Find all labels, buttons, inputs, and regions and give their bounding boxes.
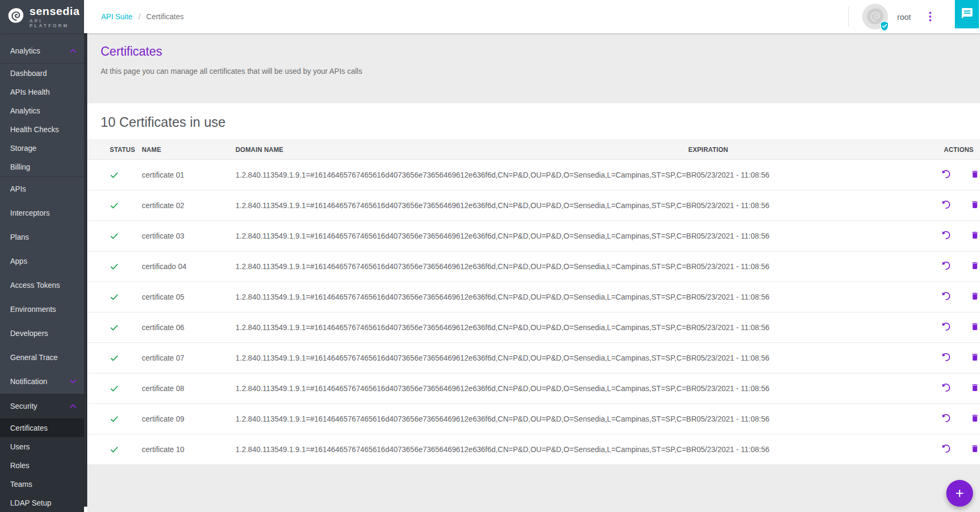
breadcrumb-certificates: Certificates — [146, 12, 184, 21]
table-row: certificate 08 1.2.840.113549.1.9.1=#161… — [87, 373, 980, 404]
add-certificate-fab[interactable]: + — [946, 480, 973, 507]
delete-certificate-button[interactable] — [969, 289, 980, 304]
renew-icon — [941, 200, 951, 211]
sidebar-item-interceptors[interactable]: Interceptors — [0, 201, 84, 225]
certificate-expiration: 05/23/2021 - 11:08:56 — [697, 171, 922, 179]
renew-certificate-button[interactable] — [939, 228, 953, 243]
plus-icon: + — [955, 486, 964, 501]
renew-icon — [941, 383, 951, 394]
trash-icon — [970, 322, 979, 333]
trash-icon — [970, 169, 979, 181]
trash-icon — [970, 261, 979, 272]
certificate-expiration: 05/23/2021 - 11:08:56 — [697, 354, 922, 362]
sidebar-item-label: Analytics — [10, 47, 40, 55]
chevron-up-icon — [70, 49, 77, 53]
sidebar-item-ldap-setup[interactable]: LDAP Setup — [0, 493, 84, 512]
chevron-down-icon — [70, 379, 77, 384]
sidebar-item-general-trace[interactable]: General Trace — [0, 345, 84, 369]
renew-certificate-button[interactable] — [939, 167, 953, 182]
certificate-name: certificado 04 — [142, 262, 235, 271]
renew-certificate-button[interactable] — [939, 350, 953, 365]
delete-certificate-button[interactable] — [969, 411, 980, 426]
sidebar-item-developers[interactable]: Developers — [0, 321, 84, 345]
sidebar-item-label: Health Checks — [10, 125, 59, 134]
sidebar-item-notification[interactable]: Notification — [0, 369, 84, 394]
sidebar-item-environments[interactable]: Environments — [0, 297, 84, 321]
sidebar-item-apis[interactable]: APIs — [0, 177, 84, 201]
header-divider — [848, 6, 849, 27]
delete-certificate-button[interactable] — [969, 198, 980, 213]
delete-certificate-button[interactable] — [969, 167, 980, 182]
sidebar-item-health-checks[interactable]: Health Checks — [0, 120, 84, 139]
user-avatar[interactable] — [862, 4, 888, 29]
chat-button[interactable] — [955, 0, 979, 28]
renew-certificate-button[interactable] — [939, 381, 953, 396]
sidebar-item-analytics[interactable]: Analytics — [0, 39, 84, 63]
column-header-name: NAME — [142, 146, 235, 154]
sidebar-item-label: Roles — [10, 461, 29, 470]
table-row: certificate 06 1.2.840.113549.1.9.1=#161… — [87, 312, 980, 343]
status-valid-check-icon — [110, 415, 142, 424]
renew-certificate-button[interactable] — [939, 289, 953, 304]
certificate-domain-name: 1.2.840.113549.1.9.1=#16146465767465616d… — [235, 171, 697, 179]
trash-icon — [970, 291, 979, 303]
verified-shield-icon — [879, 20, 890, 32]
sidebar-item-dashboard[interactable]: Dashboard — [0, 64, 84, 82]
sidebar-item-label: Apps — [10, 257, 27, 265]
table-row: certificate 03 1.2.840.113549.1.9.1=#161… — [87, 221, 980, 251]
renew-certificate-button[interactable] — [939, 198, 953, 213]
renew-certificate-button[interactable] — [939, 320, 953, 335]
main-content: Certificates At this page you can manage… — [87, 33, 980, 512]
certificate-name: certificate 08 — [142, 384, 235, 393]
kebab-menu-icon[interactable] — [927, 10, 933, 24]
sidebar-item-label: Security — [10, 402, 37, 410]
row-actions — [922, 320, 980, 335]
sidebar-scrollbar[interactable] — [84, 33, 87, 512]
sidebar-item-roles[interactable]: Roles — [0, 456, 84, 475]
certificate-expiration: 05/23/2021 - 11:08:56 — [697, 415, 922, 423]
renew-icon — [941, 413, 951, 425]
logo-block[interactable]: sensedia API PLATFORM — [0, 0, 84, 33]
breadcrumb-api-suite[interactable]: API Suite — [101, 12, 132, 21]
delete-certificate-button[interactable] — [969, 259, 980, 274]
brand-tagline: API PLATFORM — [29, 19, 84, 28]
delete-certificate-button[interactable] — [969, 442, 980, 457]
column-header-actions: ACTIONS — [913, 146, 975, 154]
status-valid-check-icon — [110, 262, 142, 271]
sidebar-item-label: Interceptors — [10, 209, 50, 217]
sidebar-item-security[interactable]: Security — [0, 394, 84, 418]
row-actions — [922, 442, 980, 457]
page-title: Certificates — [101, 44, 980, 59]
delete-certificate-button[interactable] — [969, 350, 980, 365]
certificate-expiration: 05/23/2021 - 11:08:56 — [697, 445, 922, 454]
sidebar-item-certificates[interactable]: Certificates — [0, 418, 84, 437]
delete-certificate-button[interactable] — [969, 320, 980, 335]
certificate-expiration: 05/23/2021 - 11:08:56 — [697, 384, 922, 393]
sidebar-item-users[interactable]: Users — [0, 437, 84, 456]
sidebar-item-analytics[interactable]: Analytics — [0, 101, 84, 120]
table-row: certificate 09 1.2.840.113549.1.9.1=#161… — [87, 404, 980, 434]
row-actions — [922, 198, 980, 213]
sidebar-item-teams[interactable]: Teams — [0, 475, 84, 493]
sidebar-item-apis-health[interactable]: APIs Health — [0, 82, 84, 101]
renew-certificate-button[interactable] — [939, 411, 953, 426]
row-actions — [922, 167, 980, 182]
sidebar-item-access-tokens[interactable]: Access Tokens — [0, 273, 84, 297]
renew-icon — [941, 261, 951, 272]
sidebar-item-plans[interactable]: Plans — [0, 225, 84, 249]
status-valid-check-icon — [110, 323, 142, 332]
sidebar-item-billing[interactable]: Billing — [0, 157, 84, 176]
certificate-domain-name: 1.2.840.113549.1.9.1=#16146465767465616d… — [235, 293, 697, 301]
table-row: certificate 07 1.2.840.113549.1.9.1=#161… — [87, 343, 980, 373]
renew-certificate-button[interactable] — [939, 442, 953, 457]
sidebar-item-apps[interactable]: Apps — [0, 249, 84, 273]
certificates-card: 10 Certificates in use STATUS NAME DOMAI… — [87, 103, 980, 465]
breadcrumb-separator: / — [138, 12, 140, 21]
renew-certificate-button[interactable] — [939, 259, 953, 274]
table-row: certificate 01 1.2.840.113549.1.9.1=#161… — [87, 160, 980, 190]
sidebar-item-storage[interactable]: Storage — [0, 139, 84, 157]
delete-certificate-button[interactable] — [969, 228, 980, 243]
sidebar-scrollbar-thumb[interactable] — [84, 33, 87, 507]
delete-certificate-button[interactable] — [969, 381, 980, 396]
certificate-domain-name: 1.2.840.113549.1.9.1=#16146465767465616d… — [235, 323, 697, 332]
